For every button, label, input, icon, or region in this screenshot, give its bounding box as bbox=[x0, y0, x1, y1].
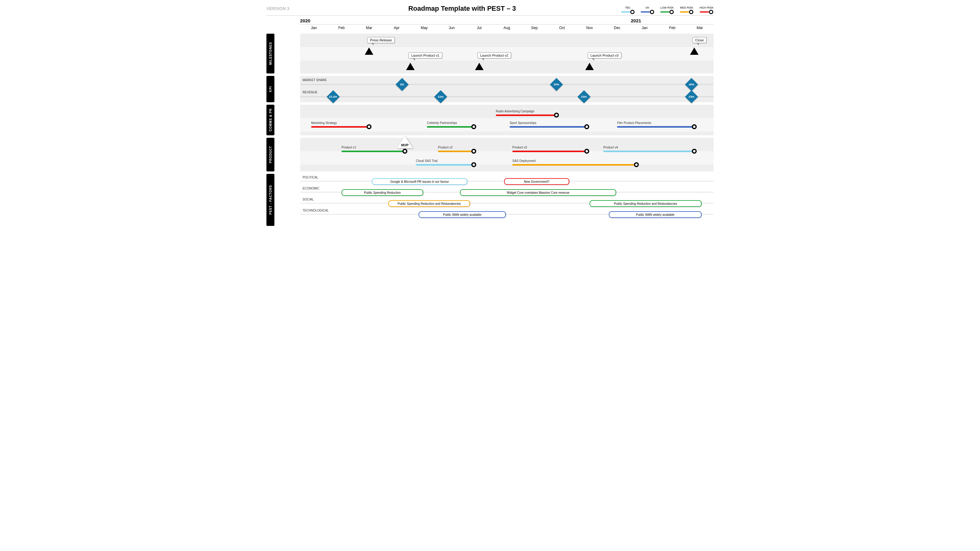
roadmap-grid: 2020 2021 JanFebMarAprMayJunJulAugSepOct… bbox=[266, 19, 714, 226]
lane-label-milestones: MILESTONES bbox=[266, 34, 274, 73]
month-0: Jan bbox=[300, 24, 328, 31]
kpi-rev-3a: £3m bbox=[578, 90, 590, 103]
kpi-rev-3b: £3m bbox=[685, 90, 698, 103]
milestone-v2-label: Launch Product v2 bbox=[477, 52, 511, 59]
milestone-press-icon bbox=[365, 48, 373, 55]
comms-celeb-label: Celebrity Partnerships bbox=[427, 121, 457, 125]
kpi-market-3: 3% bbox=[396, 78, 409, 91]
pest-widget: Widget Core overtakes Massive Core reven… bbox=[460, 189, 616, 196]
lane-comms: COMMS & PR Marketing StrategyCelebrity P… bbox=[266, 105, 714, 135]
kpi-market-20: 20% bbox=[550, 78, 563, 91]
month-12: Jan bbox=[631, 24, 659, 31]
month-13: Feb bbox=[659, 24, 686, 31]
lane-milestones: MILESTONES Press ReleaseLaunch Product v… bbox=[266, 34, 714, 73]
product-p1-label: Product v1 bbox=[342, 146, 356, 149]
milestone-v1-icon bbox=[406, 63, 415, 70]
year-row: 2020 2021 bbox=[300, 19, 714, 24]
month-4: May bbox=[410, 24, 438, 31]
product-sasT-label: Cloud SAS Trial bbox=[416, 159, 438, 162]
milestone-v2-icon bbox=[475, 63, 484, 70]
month-7: Aug bbox=[493, 24, 520, 31]
kpi-row-market: MARKET SHARE bbox=[302, 78, 327, 82]
month-1: Feb bbox=[328, 24, 355, 31]
year-2021: 2021 bbox=[631, 18, 641, 23]
legend-ok: OK bbox=[641, 3, 654, 14]
product-sasT bbox=[416, 164, 474, 166]
roadmap-page: VERSION 3 Roadmap Template with PEST – 3… bbox=[260, 0, 720, 235]
month-6: Jul bbox=[466, 24, 493, 31]
milestone-press-label: Press Release bbox=[367, 37, 395, 43]
month-10: Nov bbox=[576, 24, 603, 31]
comms-sport-label: Sport Sponsorships bbox=[510, 121, 536, 125]
kpi-rev-1: £1.2m bbox=[327, 90, 340, 103]
comms-film-label: Film Product Placements bbox=[617, 121, 651, 125]
product-p4-label: Product v4 bbox=[603, 146, 618, 149]
month-9: Oct bbox=[548, 24, 576, 31]
pest-gov: New Government? bbox=[504, 178, 569, 185]
product-sasD bbox=[512, 164, 636, 166]
kpi-market-40: 40% bbox=[685, 78, 698, 91]
kpi-rev-2: £2m bbox=[434, 90, 447, 103]
pest-wan1: Public WAN widely available bbox=[418, 211, 506, 218]
risk-legend: TBC OK LOW RISK MED RISK HIGH RISK bbox=[621, 3, 714, 14]
pest-row-social: SOCIAL bbox=[302, 198, 314, 201]
legend-low: LOW RISK bbox=[660, 3, 674, 14]
year-2020: 2020 bbox=[300, 18, 310, 23]
comms-mkt bbox=[311, 126, 369, 128]
month-3: Apr bbox=[383, 24, 410, 31]
lane-kpi: KPI MARKET SHARE REVENUE 3%20%40%£1.2m£2… bbox=[266, 76, 714, 102]
pest-row-economic: ECONOMIC bbox=[302, 187, 320, 190]
pest-goog: Google & Microsoft PR issues in our favo… bbox=[372, 178, 467, 185]
version-label: VERSION 3 bbox=[266, 6, 303, 11]
product-p4 bbox=[603, 151, 694, 152]
product-p1 bbox=[342, 151, 405, 152]
comms-radio-label: Radio Advertising Campaign bbox=[496, 110, 535, 113]
product-sasD-label: SAS Deployment bbox=[512, 159, 536, 162]
comms-sport bbox=[510, 126, 587, 128]
pest-row-political: POLITICAL bbox=[302, 176, 318, 179]
comms-celeb bbox=[427, 126, 474, 128]
product-p3-label: Product v3 bbox=[512, 146, 527, 149]
comms-radio bbox=[496, 114, 557, 116]
legend-high: HIGH RISK bbox=[700, 3, 714, 14]
comms-film bbox=[617, 126, 694, 128]
comms-mkt-label: Marketing Strategy bbox=[311, 121, 337, 125]
month-11: Dec bbox=[603, 24, 631, 31]
lane-label-pest: PEST - FACTORS bbox=[266, 174, 274, 226]
month-2: Mar bbox=[355, 24, 383, 31]
month-5: Jun bbox=[438, 24, 466, 31]
pest-psrr1: Public Spending Reduction and Redundanci… bbox=[388, 200, 470, 207]
milestone-v1-label: Launch Product v1 bbox=[409, 52, 442, 59]
month-row: JanFebMarAprMayJunJulAugSepOctNovDecJanF… bbox=[300, 24, 714, 31]
lane-product: PRODUCT Product v1Product v2Product v3Pr… bbox=[266, 138, 714, 171]
lane-pest: PEST - FACTORS POLITICAL ECONOMIC SOCIAL… bbox=[266, 174, 714, 226]
pest-psrr2: Public Spending Reduction and Redundanci… bbox=[590, 200, 702, 207]
lane-label-product: PRODUCT bbox=[266, 138, 274, 171]
lane-label-kpi: KPI bbox=[266, 76, 274, 102]
pest-row-technological: TECHNOLOGICAL bbox=[302, 209, 329, 212]
product-p2-label: Product v2 bbox=[438, 146, 453, 149]
product-p3 bbox=[512, 151, 587, 152]
header: VERSION 3 Roadmap Template with PEST – 3… bbox=[266, 3, 714, 16]
pest-wan2: Public WAN widely available bbox=[609, 211, 702, 218]
mvp-label: MVP bbox=[401, 143, 409, 147]
legend-med: MED RISK bbox=[680, 3, 694, 14]
product-p2 bbox=[438, 151, 474, 152]
legend-tbc: TBC bbox=[621, 3, 635, 14]
kpi-row-revenue: REVENUE bbox=[302, 91, 317, 94]
month-14: Mar bbox=[686, 24, 714, 31]
lane-label-comms: COMMS & PR bbox=[266, 105, 274, 135]
page-title: Roadmap Template with PEST – 3 bbox=[303, 5, 621, 13]
milestone-close-icon bbox=[690, 48, 698, 55]
milestone-close-label: Close bbox=[692, 37, 706, 43]
month-8: Sep bbox=[520, 24, 548, 31]
milestone-v3-label: Launch Product v3 bbox=[588, 52, 621, 59]
pest-psr: Public Spending Reduction bbox=[342, 189, 423, 196]
milestone-v3-icon bbox=[585, 63, 594, 70]
